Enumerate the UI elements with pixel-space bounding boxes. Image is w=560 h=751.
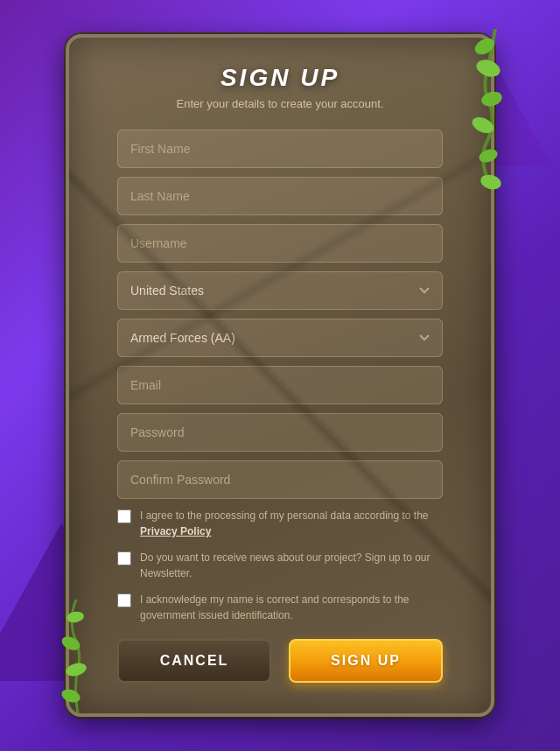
first-name-input[interactable]	[117, 130, 443, 168]
username-input[interactable]	[117, 224, 443, 263]
buttons-row: CANCEL SIGN UP	[117, 639, 443, 683]
last-name-input[interactable]	[117, 177, 443, 215]
acknowledge-row: I acknowledge my name is correct and cor…	[117, 592, 443, 623]
country-select[interactable]: United States Canada United Kingdom Aust…	[117, 271, 443, 310]
privacy-policy-label: I agree to the processing of my personal…	[140, 508, 443, 539]
signup-button[interactable]: SIGN UP	[289, 639, 443, 683]
privacy-policy-link[interactable]: Privacy Policy	[140, 525, 211, 537]
page-subtitle: Enter your details to create your accoun…	[117, 97, 443, 110]
page-title: SIGN UP	[117, 64, 443, 92]
confirm-password-input[interactable]	[117, 460, 443, 499]
svg-point-8	[60, 634, 82, 653]
svg-point-6	[60, 687, 81, 705]
privacy-policy-row: I agree to the processing of my personal…	[117, 508, 443, 539]
email-input[interactable]	[117, 366, 443, 404]
svg-point-7	[65, 661, 88, 678]
svg-point-0	[472, 35, 498, 58]
svg-point-1	[474, 57, 502, 80]
newsletter-row: Do you want to receive news about our pr…	[117, 550, 443, 581]
svg-point-4	[477, 147, 499, 165]
acknowledge-checkbox[interactable]	[117, 593, 131, 607]
acknowledge-label: I acknowledge my name is correct and cor…	[140, 592, 443, 623]
signup-panel: SIGN UP Enter your details to create you…	[66, 34, 494, 717]
svg-point-2	[480, 89, 503, 109]
svg-point-5	[479, 172, 502, 192]
signup-form: United States Canada United Kingdom Aust…	[117, 130, 443, 683]
cancel-button[interactable]: CANCEL	[117, 639, 271, 683]
svg-point-9	[66, 610, 85, 623]
newsletter-checkbox[interactable]	[117, 551, 131, 565]
newsletter-label: Do you want to receive news about our pr…	[140, 550, 443, 581]
vine-bottom-left	[52, 582, 104, 713]
state-select[interactable]: Armed Forces (AA) Armed Forces (AE) Arme…	[117, 319, 443, 357]
svg-point-3	[470, 114, 496, 136]
privacy-policy-checkbox[interactable]	[117, 509, 131, 523]
vine-top-right	[443, 29, 513, 204]
password-input[interactable]	[117, 413, 443, 452]
